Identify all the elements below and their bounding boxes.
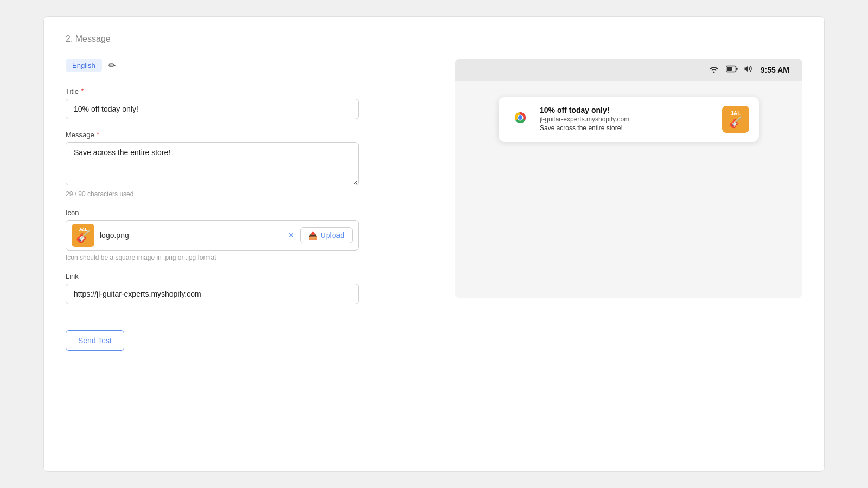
- icon-upload-row: J&L 🎸 logo.png ✕ 📤 Upload: [66, 220, 359, 251]
- status-bar: 9:55 AM: [455, 59, 802, 81]
- language-badge[interactable]: English: [66, 59, 102, 72]
- title-input[interactable]: [66, 99, 359, 119]
- edit-language-icon[interactable]: ✏: [108, 60, 116, 70]
- link-input[interactable]: [66, 284, 359, 304]
- message-field-group: Message * Save across the entire store! …: [66, 130, 433, 198]
- chrome-icon: [508, 106, 532, 130]
- volume-icon: [744, 65, 754, 75]
- link-field-group: Link: [66, 272, 433, 304]
- right-panel: 9:55 AM: [455, 59, 802, 351]
- notification-message: Save across the entire store!: [540, 124, 714, 132]
- upload-icon: 📤: [308, 231, 317, 240]
- icon-label: Icon: [66, 209, 433, 217]
- svg-point-6: [518, 115, 522, 120]
- send-test-button[interactable]: Send Test: [66, 330, 124, 351]
- title-required-star: *: [81, 87, 84, 95]
- icon-hint: Icon should be a square image in .png or…: [66, 254, 433, 261]
- link-label: Link: [66, 272, 433, 280]
- notification-domain: jl-guitar-experts.myshopify.com: [540, 115, 714, 123]
- message-required-star: *: [97, 130, 99, 139]
- icon-thumbnail: J&L 🎸: [72, 224, 94, 247]
- icon-filename: logo.png: [100, 231, 283, 240]
- title-label: Title *: [66, 87, 433, 95]
- message-label: Message *: [66, 130, 433, 139]
- upload-button[interactable]: 📤 Upload: [300, 227, 353, 243]
- language-row: English ✏: [66, 59, 433, 72]
- icon-field-group: Icon J&L 🎸 logo.png ✕ 📤 Upload: [66, 209, 433, 261]
- title-field-group: Title *: [66, 87, 433, 119]
- phone-content: 10% off today only! jl-guitar-experts.my…: [455, 81, 802, 298]
- main-card: 2. Message English ✏ Title * Message: [43, 16, 825, 472]
- notification-card: 10% off today only! jl-guitar-experts.my…: [499, 97, 759, 142]
- status-time: 9:55 AM: [761, 66, 789, 74]
- left-panel: English ✏ Title * Message * Save across …: [66, 59, 433, 351]
- section-title: 2. Message: [66, 34, 802, 44]
- svg-rect-1: [727, 67, 732, 71]
- remove-icon-button[interactable]: ✕: [288, 231, 295, 240]
- notification-title: 10% off today only!: [540, 106, 714, 114]
- message-input[interactable]: Save across the entire store!: [66, 142, 359, 185]
- char-count: 29 / 90 characters used: [66, 190, 433, 198]
- notification-text: 10% off today only! jl-guitar-experts.my…: [540, 106, 714, 132]
- icon-guitar-emoji: 🎸: [76, 230, 91, 244]
- content-row: English ✏ Title * Message * Save across …: [66, 59, 802, 351]
- battery-icon: [726, 65, 738, 75]
- notif-logo-guitar: 🎸: [729, 115, 743, 129]
- wifi-icon: [709, 65, 719, 75]
- notification-logo: J&L 🎸: [722, 106, 749, 133]
- phone-frame: 9:55 AM: [455, 59, 802, 298]
- status-icons: 9:55 AM: [709, 65, 789, 75]
